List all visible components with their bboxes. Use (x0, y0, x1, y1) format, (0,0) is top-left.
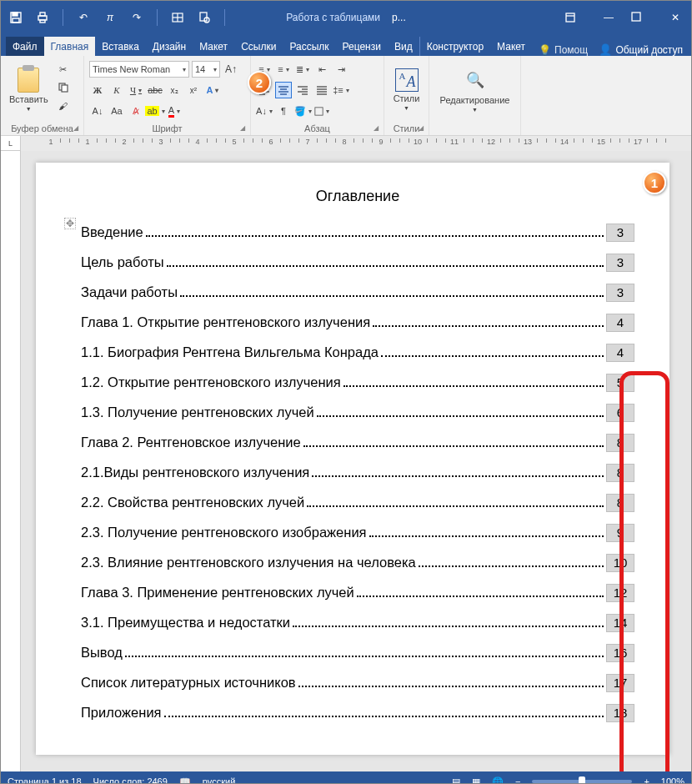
paste-button[interactable]: Вставить ▼ (6, 59, 52, 119)
status-page[interactable]: Страница 1 из 18 (8, 776, 82, 784)
proofing-icon[interactable]: 📖 (179, 776, 191, 785)
tab-view[interactable]: Вид (388, 37, 419, 56)
table-icon[interactable] (168, 8, 188, 28)
italic-button[interactable]: К (108, 82, 125, 98)
multilevel-button[interactable]: ≣ (294, 61, 311, 78)
tab-table-design[interactable]: Конструктор (419, 37, 490, 56)
toc-page-cell[interactable]: 8 (606, 494, 634, 512)
redo-icon[interactable]: ↷ (127, 8, 147, 28)
print-icon[interactable] (33, 8, 53, 28)
toc-page-cell[interactable]: 8 (606, 464, 634, 482)
zoom-slider[interactable] (532, 780, 632, 783)
toc-page-cell[interactable]: 8 (606, 434, 634, 452)
align-right-button[interactable] (294, 82, 311, 98)
toc-page-cell[interactable]: 4 (606, 314, 634, 332)
ruler-number: 3 (158, 138, 163, 146)
change-case-button[interactable]: Aa (108, 103, 125, 119)
paragraph-group-label: Абзац (256, 122, 379, 133)
group-styles: Стили ▼ Стили (384, 56, 429, 135)
zoom-value[interactable]: 100% (661, 776, 684, 784)
text-effects-button[interactable]: A (204, 82, 221, 98)
clear-format-button[interactable]: A̷ (128, 103, 144, 119)
save-icon[interactable] (6, 8, 26, 28)
print-layout-icon[interactable]: ▦ (472, 776, 480, 785)
page-scroll[interactable]: 1 Оглавление ✥ Введение3 Цель работы3Зад… (21, 151, 691, 771)
sort-button[interactable]: A↓ (256, 103, 273, 119)
maximize-icon[interactable] (631, 12, 653, 23)
toc-page-cell[interactable]: 5 (606, 374, 634, 392)
web-layout-icon[interactable]: 🌐 (492, 776, 504, 785)
toc-text: Задачи работы (81, 284, 178, 300)
tab-layout[interactable]: Макет (193, 37, 234, 56)
status-lang[interactable]: русский (203, 776, 235, 784)
status-words[interactable]: Число слов: 2469 (93, 776, 168, 784)
tab-review[interactable]: Рецензи (336, 37, 388, 56)
tab-home[interactable]: Главная (44, 37, 96, 56)
svg-rect-4 (40, 13, 45, 16)
styles-button[interactable]: Стили ▼ (389, 59, 424, 119)
subscript-button[interactable]: x₂ (166, 82, 183, 98)
share-button[interactable]: 👤Общий доступ (599, 43, 683, 56)
line-spacing-button[interactable]: ‡≡ (333, 82, 349, 98)
toc-page-cell[interactable]: 3 (606, 254, 634, 272)
font-name-combo[interactable]: Times New Roman (89, 61, 189, 78)
grow-font-icon[interactable]: A↑ (223, 61, 239, 78)
toc-page-cell[interactable]: 18 (606, 704, 634, 722)
tell-me[interactable]: 💡 Помощ (539, 44, 588, 56)
ruler-corner[interactable]: L (1, 136, 21, 151)
font-size-combo[interactable]: 14 (192, 61, 220, 78)
copy-icon[interactable] (55, 79, 72, 96)
show-marks-button[interactable]: ¶ (275, 103, 292, 119)
shading-button[interactable]: 🪣 (294, 103, 311, 119)
preview-icon[interactable] (194, 8, 214, 28)
borders-button[interactable] (313, 103, 330, 119)
numbering-button[interactable]: ≡ (275, 61, 292, 78)
close-icon[interactable]: ✕ (664, 12, 686, 23)
vertical-ruler[interactable] (1, 151, 21, 771)
tab-design[interactable]: Дизайн (146, 37, 193, 56)
shrink-font-icon[interactable]: A↓ (89, 103, 106, 119)
underline-button[interactable]: Ч (128, 82, 144, 98)
decrease-indent-button[interactable]: ⇤ (313, 61, 330, 78)
strike-button[interactable]: abc (147, 82, 163, 98)
toc-page-cell[interactable]: 16 (606, 644, 634, 662)
toc-page-cell[interactable]: 9 (606, 524, 634, 542)
toc-page-cell[interactable]: 4 (606, 344, 634, 362)
toc-page-cell[interactable]: 3 (606, 224, 634, 242)
cut-icon[interactable]: ✂ (55, 61, 72, 78)
tab-mailings[interactable]: Рассылк (283, 37, 335, 56)
editing-button[interactable]: 🔍 Редактирование ▼ (434, 59, 515, 119)
tab-insert[interactable]: Вставка (95, 37, 146, 56)
font-color-button[interactable]: A (166, 103, 183, 119)
highlight-button[interactable]: ab (147, 103, 163, 119)
toc-page-cell[interactable]: 17 (606, 674, 634, 692)
toc-page-cell[interactable]: 12 (606, 584, 634, 602)
justify-button[interactable] (313, 82, 330, 98)
format-painter-icon[interactable]: 🖌 (55, 98, 72, 114)
minimize-icon[interactable]: — (598, 12, 619, 23)
tab-file[interactable]: Файл (6, 37, 44, 56)
zoom-in-button[interactable]: + (644, 776, 649, 784)
toc-page-cell[interactable]: 10 (606, 554, 634, 572)
ruler-number: 5 (232, 138, 236, 146)
tab-references[interactable]: Ссылки (234, 37, 283, 56)
align-center-button[interactable] (275, 82, 292, 98)
superscript-button[interactable]: x² (185, 82, 202, 98)
toc-leader (343, 385, 604, 387)
ribbon-options-icon[interactable] (564, 12, 586, 23)
table-move-handle[interactable]: ✥ (64, 218, 76, 229)
group-paragraph: 2 ≡ ≡ ≣ ⇤ ⇥ ‡≡ A↓ ¶ 🪣 Абзац (251, 56, 384, 135)
tab-table-layout[interactable]: Макет (490, 37, 532, 56)
bold-button[interactable]: Ж (89, 82, 106, 98)
toc-page-cell[interactable]: 3 (606, 284, 634, 302)
toc-row: Вывод16 (81, 644, 634, 662)
annotation-badge-2: 2 (248, 71, 271, 94)
toc-page-cell[interactable]: 14 (606, 614, 634, 632)
zoom-out-button[interactable]: − (515, 776, 520, 784)
equation-icon[interactable]: π (100, 8, 120, 28)
toc-page-cell[interactable]: 6 (606, 404, 634, 422)
read-mode-icon[interactable]: ▤ (452, 776, 460, 785)
toc-text: Глава 2. Рентгеновское излучение (81, 435, 301, 450)
undo-icon[interactable]: ↶ (73, 8, 93, 28)
increase-indent-button[interactable]: ⇥ (333, 61, 349, 78)
